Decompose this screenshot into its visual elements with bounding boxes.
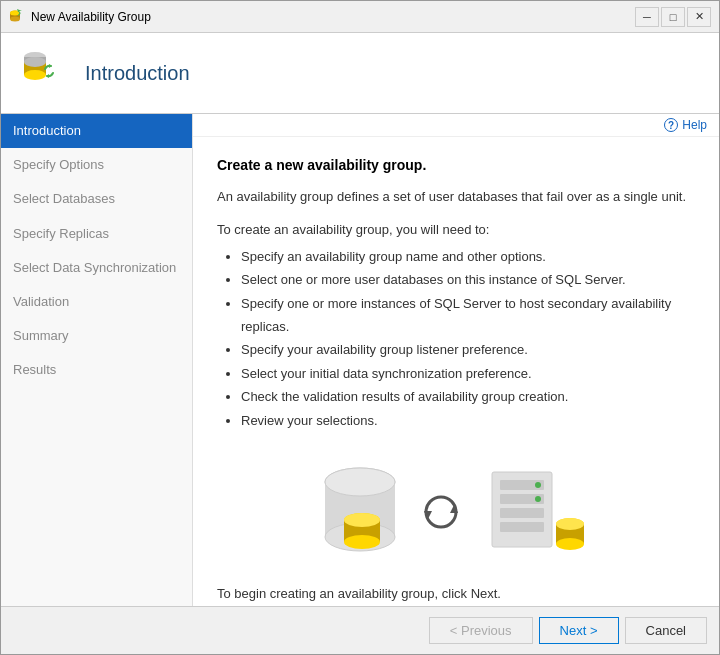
sidebar-item-specify-options: Specify Options xyxy=(1,148,192,182)
svg-point-9 xyxy=(24,57,46,67)
content-area: ? Help Create a new availability group. … xyxy=(193,114,719,606)
illustration xyxy=(217,462,695,562)
help-link[interactable]: ? Help xyxy=(664,118,707,132)
minimize-button[interactable]: ─ xyxy=(635,7,659,27)
sidebar-item-introduction[interactable]: Introduction xyxy=(1,114,192,148)
intro-heading: Create a new availability group. xyxy=(217,157,695,173)
sidebar-item-select-databases: Select Databases xyxy=(1,182,192,216)
next-button[interactable]: Next > xyxy=(539,617,619,644)
svg-rect-24 xyxy=(500,522,544,532)
main-window: New Availability Group ─ □ ✕ Introductio… xyxy=(0,0,720,655)
svg-point-26 xyxy=(535,496,541,502)
content-body: Create a new availability group. An avai… xyxy=(193,137,719,606)
header-title: Introduction xyxy=(85,62,190,85)
previous-button[interactable]: < Previous xyxy=(429,617,533,644)
sidebar-item-results: Results xyxy=(1,353,192,387)
list-item: Check the validation results of availabi… xyxy=(241,385,695,408)
single-db-icon xyxy=(320,462,400,562)
window-icon xyxy=(9,9,25,25)
svg-point-19 xyxy=(344,513,380,527)
list-item: Select one or more user databases on thi… xyxy=(241,268,695,291)
intro-list-heading: To create an availability group, you wil… xyxy=(217,222,695,237)
sidebar-item-validation: Validation xyxy=(1,285,192,319)
svg-point-30 xyxy=(556,518,584,530)
header-icon xyxy=(21,49,69,97)
list-item: Specify your availability group listener… xyxy=(241,338,695,361)
list-item: Specify one or more instances of SQL Ser… xyxy=(241,292,695,339)
sidebar-item-summary: Summary xyxy=(1,319,192,353)
svg-point-18 xyxy=(344,535,380,549)
window-controls: ─ □ ✕ xyxy=(635,7,711,27)
cancel-button[interactable]: Cancel xyxy=(625,617,707,644)
sidebar: IntroductionSpecify OptionsSelect Databa… xyxy=(1,114,193,606)
footer-text: To begin creating an availability group,… xyxy=(217,586,695,601)
list-item: Review your selections. xyxy=(241,409,695,432)
svg-text:?: ? xyxy=(668,120,674,131)
window-title: New Availability Group xyxy=(31,10,635,24)
sync-arrows-icon xyxy=(416,487,466,537)
svg-point-29 xyxy=(556,538,584,550)
server-db-icon xyxy=(482,462,592,562)
close-button[interactable]: ✕ xyxy=(687,7,711,27)
list-item: Specify an availability group name and o… xyxy=(241,245,695,268)
svg-point-25 xyxy=(535,482,541,488)
svg-rect-23 xyxy=(500,508,544,518)
title-bar: New Availability Group ─ □ ✕ xyxy=(1,1,719,33)
list-item: Select your initial data synchronization… xyxy=(241,362,695,385)
help-icon: ? xyxy=(664,118,678,132)
sidebar-item-specify-replicas: Specify Replicas xyxy=(1,217,192,251)
svg-point-6 xyxy=(24,70,46,80)
intro-list: Specify an availability group name and o… xyxy=(217,245,695,432)
intro-paragraph1: An availability group defines a set of u… xyxy=(217,187,695,208)
main-area: IntroductionSpecify OptionsSelect Databa… xyxy=(1,114,719,606)
footer-buttons: < Previous Next > Cancel xyxy=(1,606,719,654)
sidebar-item-select-data-sync: Select Data Synchronization xyxy=(1,251,192,285)
content-header: ? Help xyxy=(193,114,719,137)
svg-point-15 xyxy=(325,468,395,496)
svg-point-2 xyxy=(10,16,20,21)
maximize-button[interactable]: □ xyxy=(661,7,685,27)
header-area: Introduction xyxy=(1,33,719,114)
